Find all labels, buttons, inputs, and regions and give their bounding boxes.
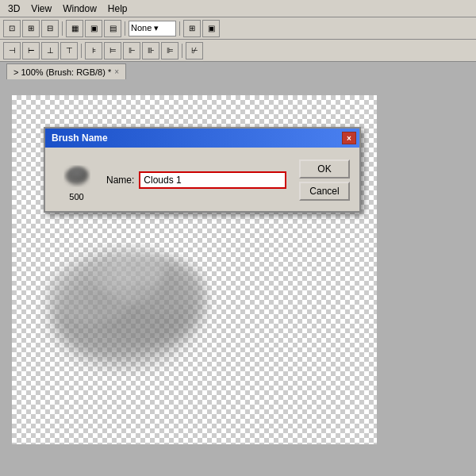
tab-close-btn[interactable]: × xyxy=(114,67,119,76)
tab-label: > 100% (Brush: RGB/8) * xyxy=(13,67,111,77)
cancel-button[interactable]: Cancel xyxy=(299,182,350,201)
tabbar: > 100% (Brush: RGB/8) * × xyxy=(0,62,476,79)
tool-btn-4[interactable]: ▦ xyxy=(66,20,83,37)
tool-t8[interactable]: ⊪ xyxy=(142,42,159,60)
brush-preview-container: 500 xyxy=(55,159,98,202)
name-field-label: Name: xyxy=(106,175,134,186)
tool-t7[interactable]: ⊩ xyxy=(123,42,140,60)
dialog-content: 500 Name: OK Cancel xyxy=(45,148,359,211)
tool-t6[interactable]: ⊨ xyxy=(104,42,121,60)
tool-btn-7[interactable]: ⊞ xyxy=(183,20,201,37)
toolbar1: ⊡ ⊞ ⊟ ▦ ▣ ▤ None ▾ ⊞ ▣ xyxy=(0,17,476,40)
svg-point-11 xyxy=(71,167,83,176)
brush-size-label: 500 xyxy=(69,192,83,202)
separator-1 xyxy=(62,21,63,36)
separator-4 xyxy=(81,44,82,58)
svg-point-7 xyxy=(87,258,135,290)
tool-btn-2[interactable]: ⊞ xyxy=(22,20,40,37)
brush-name-dialog: Brush Name × 500 xyxy=(44,127,361,213)
canvas-area: Brush Name × 500 xyxy=(0,79,476,468)
dialog-close-button[interactable]: × xyxy=(342,132,356,144)
dialog-buttons: OK Cancel xyxy=(299,159,350,201)
separator-3 xyxy=(179,21,180,36)
tool-t2[interactable]: ⊢ xyxy=(22,42,40,60)
menu-help[interactable]: Help xyxy=(103,2,132,16)
brush-name-input[interactable] xyxy=(139,171,286,189)
tool-t1[interactable]: ⊣ xyxy=(3,42,21,60)
ok-button[interactable]: OK xyxy=(299,159,350,178)
brush-preview-icon xyxy=(62,159,92,190)
menu-view[interactable]: View xyxy=(26,2,56,16)
separator-5 xyxy=(182,44,182,58)
tool-t4[interactable]: ⊤ xyxy=(60,42,78,60)
tool-btn-6[interactable]: ▤ xyxy=(104,20,121,37)
tool-btn-1[interactable]: ⊡ xyxy=(3,20,21,37)
name-row: Name: xyxy=(106,171,286,189)
tool-t10[interactable]: ⊬ xyxy=(186,42,203,60)
menu-window[interactable]: Window xyxy=(58,2,102,16)
tool-btn-8[interactable]: ▣ xyxy=(202,20,220,37)
tool-t3[interactable]: ⊥ xyxy=(41,42,59,60)
tool-t5[interactable]: ⊧ xyxy=(85,42,102,60)
menu-3d[interactable]: 3D xyxy=(3,2,25,16)
brush-name-dropdown[interactable]: None ▾ xyxy=(129,21,176,36)
tool-t9[interactable]: ⊫ xyxy=(161,42,178,60)
cloud-brush-stroke xyxy=(36,206,242,381)
separator-2 xyxy=(125,21,125,36)
brush-preview xyxy=(61,159,93,190)
menubar: 3D View Window Help xyxy=(0,0,476,17)
dialog-title: Brush Name xyxy=(52,132,108,144)
dialog-titlebar: Brush Name × xyxy=(45,129,359,148)
toolbar2: ⊣ ⊢ ⊥ ⊤ ⊧ ⊨ ⊩ ⊪ ⊫ ⊬ xyxy=(0,40,476,62)
canvas-tab[interactable]: > 100% (Brush: RGB/8) * × xyxy=(6,63,126,79)
tool-btn-3[interactable]: ⊟ xyxy=(41,20,59,37)
tool-btn-5[interactable]: ▣ xyxy=(85,20,102,37)
